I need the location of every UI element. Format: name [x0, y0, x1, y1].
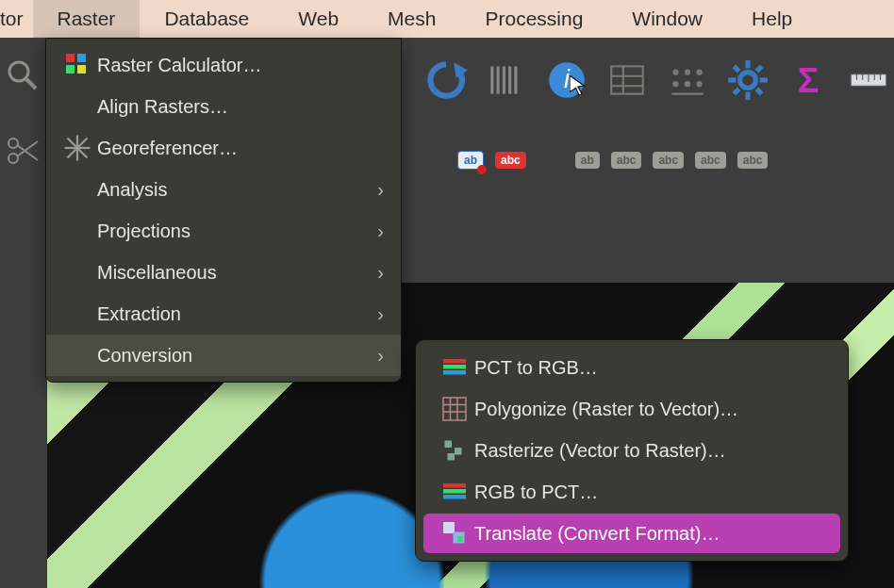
- translate-icon: [440, 522, 469, 545]
- svg-rect-53: [443, 398, 466, 420]
- submenu-item-polygonize[interactable]: Polygonize (Raster to Vector)…: [423, 389, 840, 429]
- magnifier-icon[interactable]: [4, 57, 41, 94]
- label-badge-ab[interactable]: ab: [457, 151, 484, 170]
- menu-item-label: Georeferencer…: [97, 138, 384, 159]
- info-icon[interactable]: i: [545, 58, 588, 102]
- gear-icon[interactable]: [726, 58, 770, 102]
- left-toolbar: [0, 57, 45, 170]
- svg-line-1: [26, 79, 36, 89]
- barcode-icon[interactable]: [485, 58, 528, 102]
- menubar-item-web[interactable]: Web: [273, 0, 363, 38]
- menubar-item-raster[interactable]: Raster: [33, 0, 141, 38]
- menu-item-label: Raster Calculator…: [97, 55, 384, 76]
- submenu-item-translate[interactable]: Translate (Convert Format)…: [423, 514, 840, 553]
- chevron-right-icon: ›: [377, 345, 384, 367]
- label-badge-grey[interactable]: abc: [653, 152, 684, 169]
- submenu-label: PCT to RGB…: [474, 357, 598, 379]
- label-badge-grey[interactable]: abc: [695, 152, 726, 169]
- svg-rect-52: [443, 370, 466, 375]
- svg-rect-64: [443, 522, 455, 533]
- chevron-right-icon: ›: [377, 303, 384, 325]
- menubar-item-window[interactable]: Window: [607, 0, 727, 38]
- svg-rect-42: [66, 54, 74, 62]
- calculator-icon: [63, 53, 91, 77]
- menu-item-label: Conversion: [97, 345, 377, 367]
- svg-point-23: [685, 81, 690, 87]
- grid-icon: [440, 398, 469, 420]
- menubar-label: Help: [752, 8, 792, 30]
- badge-text: ab: [464, 154, 477, 167]
- label-badge-grey[interactable]: abc: [737, 152, 769, 169]
- blank-icon: [63, 260, 91, 285]
- svg-rect-15: [611, 66, 642, 93]
- menu-item-georeferencer[interactable]: Georeferencer…: [46, 127, 401, 169]
- menu-item-label: Analysis: [97, 179, 377, 201]
- svg-line-4: [17, 145, 38, 160]
- label-badge-grey[interactable]: abc: [611, 152, 642, 169]
- menu-item-miscellaneous[interactable]: Miscellaneous ›: [46, 252, 401, 293]
- refresh-icon[interactable]: [424, 58, 468, 102]
- menu-item-align-rasters[interactable]: Align Rasters…: [46, 86, 401, 127]
- badge-text: abc: [658, 154, 678, 167]
- table-icon[interactable]: [605, 58, 649, 102]
- badge-text: abc: [501, 154, 521, 167]
- submenu-label: RGB to PCT…: [474, 482, 598, 503]
- menubar-item-help[interactable]: Help: [727, 0, 817, 38]
- submenu-item-rasterize[interactable]: Rasterize (Vector to Raster)…: [423, 431, 840, 470]
- status-dot-icon: [477, 165, 487, 174]
- svg-point-22: [672, 81, 678, 87]
- menubar-label: Processing: [485, 8, 583, 30]
- blank-icon: [63, 94, 91, 119]
- menubar-item-processing[interactable]: Processing: [460, 0, 607, 38]
- sigma-icon[interactable]: Σ: [786, 58, 830, 102]
- label-badge-grey[interactable]: ab: [575, 152, 600, 169]
- svg-rect-43: [77, 54, 86, 62]
- svg-marker-14: [570, 75, 584, 95]
- menu-item-label: Miscellaneous: [97, 262, 377, 284]
- svg-point-0: [9, 62, 28, 81]
- svg-rect-7: [490, 66, 493, 93]
- stats-icon[interactable]: [666, 58, 709, 102]
- menu-item-extraction[interactable]: Extraction ›: [46, 293, 401, 335]
- georef-icon: [63, 136, 91, 160]
- svg-rect-61: [443, 483, 466, 488]
- svg-point-24: [696, 81, 702, 87]
- svg-point-20: [685, 70, 690, 75]
- raster-menu-dropdown: Raster Calculator… Align Rasters… Georef…: [45, 38, 402, 383]
- blank-icon: [63, 177, 91, 202]
- menu-item-label: Align Rasters…: [97, 96, 384, 118]
- menu-item-projections[interactable]: Projections ›: [46, 210, 401, 252]
- svg-line-33: [734, 89, 738, 93]
- submenu-label: Polygonize (Raster to Vector)…: [474, 399, 738, 420]
- submenu-item-rgb-to-pct[interactable]: RGB to PCT…: [423, 472, 840, 512]
- chevron-right-icon: ›: [377, 220, 384, 242]
- submenu-item-pct-to-rgb[interactable]: PCT to RGB…: [423, 348, 840, 387]
- menu-item-conversion[interactable]: Conversion ›: [46, 335, 401, 376]
- blank-icon: [63, 302, 91, 326]
- menubar-item-database[interactable]: Database: [140, 0, 273, 38]
- svg-line-32: [756, 89, 761, 93]
- menu-item-analysis[interactable]: Analysis ›: [46, 169, 401, 210]
- svg-rect-60: [448, 453, 455, 461]
- menubar-label: Window: [632, 8, 703, 30]
- svg-point-26: [740, 73, 756, 89]
- menubar-label: tor: [0, 8, 24, 30]
- svg-rect-8: [497, 66, 500, 93]
- menubar: tor Raster Database Web Mesh Processing …: [0, 0, 894, 38]
- label-toolbar: ab abc ab abc abc abc abc: [457, 151, 768, 170]
- badge-text: ab: [581, 154, 594, 167]
- menubar-label: Mesh: [388, 8, 436, 30]
- menubar-item-mesh[interactable]: Mesh: [363, 0, 460, 38]
- menu-item-label: Projections: [97, 220, 377, 242]
- submenu-label: Rasterize (Vector to Raster)…: [474, 440, 726, 462]
- menu-item-raster-calculator[interactable]: Raster Calculator…: [46, 44, 401, 86]
- scissors-icon[interactable]: [4, 132, 41, 170]
- label-badge-abc[interactable]: abc: [495, 152, 526, 169]
- svg-rect-11: [514, 66, 517, 93]
- ruler-icon[interactable]: [847, 58, 890, 102]
- svg-line-5: [17, 141, 38, 156]
- svg-rect-59: [455, 448, 462, 455]
- svg-point-2: [8, 139, 18, 148]
- blank-icon: [63, 343, 91, 368]
- menubar-item-vector-partial[interactable]: tor: [0, 0, 33, 38]
